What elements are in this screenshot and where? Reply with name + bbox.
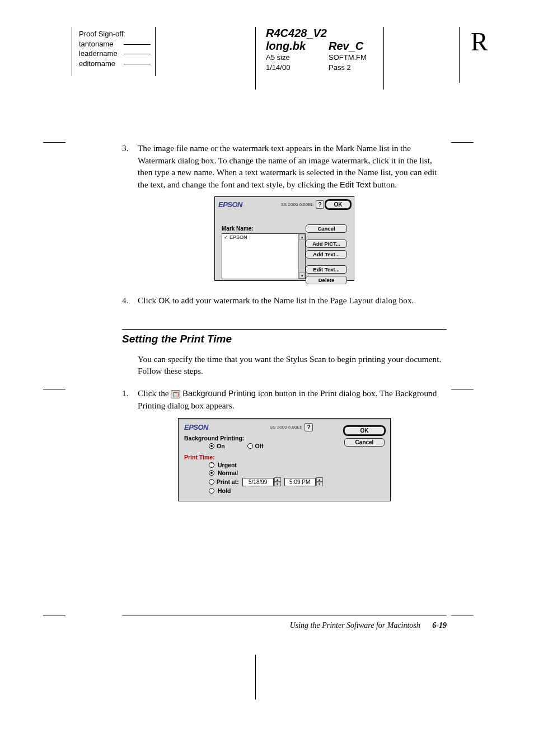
bg-off-radio[interactable]: Off xyxy=(247,443,264,449)
footer-page-number: 6-19 xyxy=(432,621,447,630)
doc-size: A5 size xyxy=(266,53,329,63)
cancel-button[interactable]: Cancel xyxy=(306,224,347,233)
proof-signoff-title: Proof Sign-off: xyxy=(79,29,151,39)
footer-rule xyxy=(122,616,447,616)
spinner-down-icon[interactable]: ▾ xyxy=(274,482,281,486)
check-icon: ✓ xyxy=(224,234,228,240)
proof-name-2: leadername xyxy=(79,49,118,59)
spinner-up-icon[interactable]: ▴ xyxy=(316,477,323,482)
watermark-dialog: EPSON SS 2000 6.00Eb ? OK Mark Name: ✓EP… xyxy=(214,196,354,281)
crop-mark xyxy=(43,142,65,143)
add-pict-button[interactable]: Add PICT... xyxy=(306,240,347,248)
doc-id: R4C428_V2 xyxy=(266,27,378,40)
print-at-time-field[interactable]: 5:09 PM ▴▾ xyxy=(284,477,323,486)
proof-name-1: tantoname xyxy=(79,39,113,49)
list-item[interactable]: ✓EPSON xyxy=(222,234,305,241)
edit-text-term: Edit Text xyxy=(340,180,371,189)
step-3: 3. The image file name or the watermark … xyxy=(122,142,447,191)
page-footer: Using the Printer Software for Macintosh… xyxy=(122,621,447,630)
spinner-up-icon[interactable]: ▴ xyxy=(274,477,281,482)
background-printing-label: Background Printing: xyxy=(184,435,244,442)
help-button[interactable]: ? xyxy=(316,200,324,209)
ok-button[interactable]: OK xyxy=(326,200,350,209)
radio-icon xyxy=(209,470,214,476)
crop-mark xyxy=(43,389,65,389)
proof-name-3: editorname xyxy=(79,59,115,69)
add-text-button[interactable]: Add Text... xyxy=(306,250,347,259)
epson-logo: EPSON xyxy=(218,200,242,209)
scroll-down-icon[interactable]: ▾ xyxy=(299,273,305,279)
radio-icon xyxy=(209,488,214,494)
dialog-version: SS 2000 6.00Eb xyxy=(281,202,313,207)
section-intro: You can specify the time that you want t… xyxy=(138,353,447,377)
radio-icon xyxy=(247,443,253,449)
background-printing-term: Background Printing xyxy=(182,389,256,398)
section-rule xyxy=(122,329,447,330)
crop-mark xyxy=(451,389,474,389)
radio-icon xyxy=(209,462,214,468)
doc-rev: Rev_C xyxy=(329,40,363,53)
print-time-label: Print Time: xyxy=(184,454,215,461)
proof-signoff-block: Proof Sign-off: tantoname leadername edi… xyxy=(72,27,156,76)
mark-name-list[interactable]: ✓EPSON ▴ ▾ xyxy=(222,233,306,279)
background-printing-dialog: EPSON SS 2000 6.00Eb ? Background Printi… xyxy=(178,418,391,501)
dialog-version: SS 2000 6.00Eb xyxy=(270,425,302,430)
spinner-down-icon[interactable]: ▾ xyxy=(316,482,323,486)
crop-mark xyxy=(451,616,474,616)
ok-term: OK xyxy=(158,296,170,305)
step-1: 1. Click the Background Printing icon bu… xyxy=(122,387,447,411)
print-at-radio[interactable]: Print at: xyxy=(209,478,239,485)
urgent-radio[interactable]: Urgent xyxy=(209,462,385,468)
document-id-block: R4C428_V2 long.bk Rev_C A5 size SOFTM.FM… xyxy=(255,27,384,90)
signature-blank xyxy=(124,39,151,45)
doc-meta1: SOFTM.FM xyxy=(329,53,367,63)
scroll-up-icon[interactable]: ▴ xyxy=(299,234,305,240)
crop-mark xyxy=(255,655,256,699)
mark-name-label: Mark Name: xyxy=(222,226,306,232)
crop-mark xyxy=(451,142,474,143)
crop-mark xyxy=(43,616,65,616)
doc-date: 1/14/00 xyxy=(266,63,329,73)
radio-icon xyxy=(209,479,214,485)
scrollbar[interactable]: ▴ ▾ xyxy=(298,234,305,279)
doc-meta2: Pass 2 xyxy=(329,63,351,73)
radio-icon xyxy=(209,443,214,449)
normal-radio[interactable]: Normal xyxy=(209,469,385,476)
doc-file: long.bk xyxy=(266,40,329,53)
help-button[interactable]: ? xyxy=(305,423,313,431)
background-printing-icon xyxy=(171,390,180,398)
edit-text-button[interactable]: Edit Text... xyxy=(306,265,347,274)
bg-on-radio[interactable]: On xyxy=(209,443,225,449)
print-at-date-field[interactable]: 5/18/99 ▴▾ xyxy=(242,477,281,486)
cancel-button[interactable]: Cancel xyxy=(344,438,385,447)
ok-button[interactable]: OK xyxy=(344,426,385,435)
section-title: Setting the Print Time xyxy=(122,333,447,345)
footer-chapter: Using the Printer Software for Macintosh xyxy=(290,621,420,630)
step-4: 4. Click OK to add your watermark to the… xyxy=(122,294,447,307)
page-side-indicator: R xyxy=(459,27,488,83)
delete-button[interactable]: Delete xyxy=(306,276,347,284)
signature-blank xyxy=(124,59,151,64)
hold-radio[interactable]: Hold xyxy=(209,487,385,494)
epson-logo: EPSON xyxy=(184,423,208,431)
signature-blank xyxy=(124,49,151,54)
